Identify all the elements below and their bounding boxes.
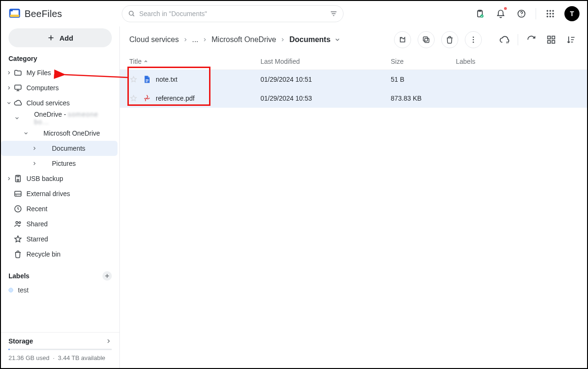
breadcrumb-part: Documents	[289, 35, 330, 44]
sort-asc-icon	[143, 59, 148, 64]
sidebar-item-recent[interactable]: Recent	[1, 201, 118, 216]
star-icon[interactable]	[129, 94, 138, 102]
sidebar-item-label: Cloud services	[26, 99, 70, 107]
sidebar-item-usb-backup[interactable]: USB backup	[1, 171, 118, 186]
sidebar-item-documents[interactable]: Documents	[1, 141, 118, 156]
sidebar-item-external-drives[interactable]: External drives	[1, 186, 118, 201]
svg-point-14	[546, 16, 548, 17]
label-name: test	[18, 286, 29, 294]
svg-point-16	[552, 16, 554, 17]
sidebar-item-label: My Files	[26, 69, 51, 77]
filter-icon[interactable]	[330, 10, 337, 17]
grid-view-icon[interactable]	[545, 33, 558, 46]
hdd-icon	[13, 189, 23, 198]
sidebar-item-label: Recycle bin	[26, 250, 60, 258]
sidebar-item-recycle-bin[interactable]: Recycle bin	[1, 247, 118, 262]
people-icon	[13, 220, 23, 228]
sidebar-item-microsoft-onedrive[interactable]: Microsoft OneDrive	[1, 126, 118, 141]
more-button[interactable]	[465, 31, 482, 48]
add-button[interactable]: Add	[8, 28, 112, 47]
chevron-down-icon	[5, 100, 13, 106]
star-icon[interactable]	[129, 76, 138, 83]
storage-progress	[8, 349, 112, 350]
file-modified: 01/29/2024 10:51	[260, 76, 391, 83]
folder-icon	[13, 69, 23, 77]
chevron-right-icon	[280, 37, 286, 43]
cloud-download-icon[interactable]: n	[498, 33, 511, 46]
svg-text:n: n	[506, 40, 509, 44]
search-box[interactable]	[122, 5, 344, 22]
svg-rect-37	[146, 79, 149, 80]
clock-icon	[13, 205, 23, 213]
bell-icon[interactable]	[494, 7, 507, 20]
svg-rect-2	[10, 9, 13, 11]
col-labels[interactable]: Labels	[456, 58, 578, 65]
avatar[interactable]: T	[564, 6, 580, 21]
breadcrumb-part[interactable]: ...	[192, 35, 198, 44]
file-name: reference.pdf	[156, 94, 195, 102]
file-pdf-icon	[143, 94, 151, 103]
separator	[518, 34, 518, 45]
table-header: Title Last Modified Size Labels	[120, 53, 587, 70]
col-title[interactable]: Title	[129, 58, 260, 65]
sidebar-item-label: External drives	[26, 190, 70, 197]
svg-point-7	[521, 16, 521, 16]
sidebar-item-my-files[interactable]: My Files	[1, 65, 118, 80]
sidebar-item-shared[interactable]: Shared	[1, 216, 118, 232]
star-icon	[13, 235, 23, 243]
svg-rect-38	[146, 80, 149, 81]
svg-point-24	[16, 222, 18, 224]
delete-button[interactable]	[441, 31, 458, 48]
chevron-right-icon	[183, 37, 188, 43]
copy-button[interactable]	[418, 31, 435, 48]
sidebar-item-onedrive-[interactable]: OneDrive - someone bo…	[1, 111, 118, 126]
breadcrumb-part[interactable]: Cloud services	[129, 35, 179, 44]
chevron-right-icon	[30, 146, 39, 151]
help-icon[interactable]	[515, 7, 528, 20]
svg-rect-20	[17, 175, 19, 177]
breadcrumb: Cloud services...Microsoft OneDriveDocum…	[129, 35, 341, 44]
col-size[interactable]: Size	[391, 58, 456, 65]
svg-rect-17	[15, 85, 21, 89]
col-modified[interactable]: Last Modified	[260, 58, 391, 65]
trash-icon	[13, 250, 23, 258]
usb-icon	[13, 174, 23, 183]
table-row[interactable]: note.txt01/29/2024 10:5151 B	[120, 70, 587, 89]
svg-rect-33	[548, 36, 551, 39]
search-input[interactable]	[139, 10, 326, 17]
svg-rect-36	[552, 41, 555, 43]
breadcrumb-part[interactable]: Microsoft OneDrive	[211, 35, 276, 44]
search-icon	[128, 10, 135, 17]
add-label-icon[interactable]	[102, 271, 112, 281]
sidebar-item-label: Shared	[26, 220, 48, 228]
tag-button[interactable]	[394, 31, 411, 48]
file-name: note.txt	[156, 76, 177, 83]
file-modified: 01/29/2024 10:53	[260, 94, 391, 102]
storage-text: 21.36 GB used · 3.44 TB available	[8, 354, 112, 362]
table-row[interactable]: reference.pdf01/29/2024 10:53873.83 KB	[120, 89, 587, 108]
chevron-down-icon[interactable]	[334, 36, 341, 43]
svg-rect-1	[10, 15, 19, 17]
sidebar-item-cloud-services[interactable]: Cloud services	[1, 95, 118, 111]
sidebar-item-label: Documents	[52, 145, 85, 152]
sidebar-item-starred[interactable]: Starred	[1, 232, 118, 247]
svg-point-11	[546, 13, 548, 15]
sidebar-item-pictures[interactable]: Pictures	[1, 156, 118, 171]
label-item[interactable]: test	[1, 283, 119, 297]
sidebar-item-label: Starred	[26, 235, 48, 243]
clipboard-check-icon[interactable]	[473, 7, 487, 20]
svg-rect-39	[146, 82, 148, 82]
svg-point-19	[17, 179, 19, 181]
file-size: 51 B	[391, 76, 456, 83]
svg-point-8	[546, 10, 548, 12]
sidebar-item-computers[interactable]: Computers	[1, 80, 118, 95]
chevron-right-icon[interactable]	[105, 338, 112, 344]
refresh-icon[interactable]	[525, 33, 538, 46]
sort-icon[interactable]	[564, 33, 578, 46]
svg-point-22	[16, 195, 17, 196]
svg-point-3	[129, 11, 134, 16]
sidebar-item-label: Computers	[26, 84, 59, 92]
app-logo-icon	[8, 8, 21, 20]
apps-icon[interactable]	[544, 7, 557, 20]
monitor-icon	[13, 84, 23, 92]
